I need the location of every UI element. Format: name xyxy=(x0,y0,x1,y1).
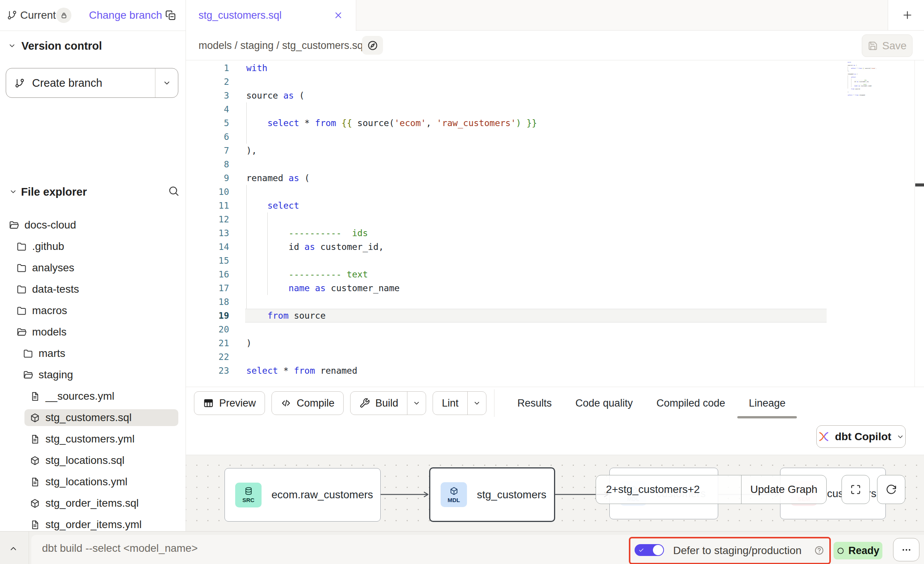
code-line[interactable]: from source xyxy=(229,309,924,323)
breadcrumb-bar: models / staging / stg_customers.sql Sav… xyxy=(186,31,924,60)
chevron-down-icon xyxy=(412,399,421,407)
tab-lineage[interactable]: Lineage xyxy=(737,387,797,419)
lineage-node-model-selected[interactable]: MDL stg_customers xyxy=(429,467,555,522)
code-line[interactable] xyxy=(229,185,924,199)
copy-icon[interactable] xyxy=(165,10,176,21)
create-branch-main[interactable]: Create branch xyxy=(6,68,155,97)
tree-item-label: stg_customers.sql xyxy=(45,412,132,424)
tree-item-stg_customers.yml[interactable]: stg_customers.yml xyxy=(0,428,186,450)
code-line[interactable]: ) xyxy=(229,336,924,350)
code-line[interactable]: renamed as ( xyxy=(229,171,924,185)
code-line[interactable] xyxy=(229,323,924,336)
lineage-canvas[interactable]: SRC ecom.raw_customers MDL stg_customers… xyxy=(186,455,924,531)
create-branch-button[interactable]: Create branch xyxy=(6,68,178,98)
indent-guide xyxy=(246,254,247,267)
update-graph-button[interactable]: Update Graph xyxy=(741,475,826,504)
chevron-down-icon[interactable] xyxy=(8,41,16,50)
chevron-down-icon[interactable] xyxy=(9,187,18,196)
dots-icon xyxy=(901,544,912,556)
tree-item-staging[interactable]: staging xyxy=(0,364,186,386)
lint-button[interactable]: Lint xyxy=(433,391,486,415)
plus-icon[interactable] xyxy=(902,10,913,21)
compile-button[interactable]: Compile xyxy=(271,391,344,415)
code-line[interactable] xyxy=(229,212,924,226)
code-line[interactable] xyxy=(229,157,924,171)
tree-item-stg_customers.sql[interactable]: stg_customers.sql xyxy=(0,407,186,428)
help-icon[interactable] xyxy=(814,545,824,556)
tree-item-__sources.yml[interactable]: __sources.yml xyxy=(0,386,186,407)
lineage-fullscreen-button[interactable] xyxy=(842,475,870,504)
folder-open-icon xyxy=(9,220,19,230)
defer-annotation-box: Defer to staging/production xyxy=(629,537,831,564)
tree-item-marts[interactable]: marts xyxy=(0,343,186,364)
create-branch-dropdown[interactable] xyxy=(155,68,178,97)
preview-button[interactable]: Preview xyxy=(194,391,265,415)
code-line[interactable]: with xyxy=(229,61,924,75)
search-icon[interactable] xyxy=(168,185,179,197)
dbt-copilot-button[interactable]: dbt Copilot xyxy=(816,425,906,448)
lint-dropdown[interactable] xyxy=(467,392,486,415)
tree-item-.github[interactable]: .github xyxy=(0,236,186,257)
button-label: Compile xyxy=(297,397,334,409)
save-icon xyxy=(868,41,878,51)
chevron-up-icon[interactable] xyxy=(8,544,18,554)
code-line[interactable]: name as customer_name xyxy=(229,281,924,295)
main-area: stg_customers.sql models / staging / stg… xyxy=(186,0,924,531)
code-line[interactable]: ---------- ids xyxy=(229,226,924,240)
build-dropdown[interactable] xyxy=(407,392,426,415)
tree-item-label: marts xyxy=(39,347,65,360)
tree-item-label: docs-cloud xyxy=(24,219,76,231)
tree-item-stg_locations.yml[interactable]: stg_locations.yml xyxy=(0,471,186,493)
code-line[interactable] xyxy=(229,75,924,89)
lineage-refresh-button[interactable] xyxy=(877,475,905,504)
code-line[interactable]: select * from renamed xyxy=(229,364,924,378)
code-line[interactable]: select * from {{ source('ecom', 'raw_cus… xyxy=(229,116,924,130)
chevron-down-icon xyxy=(162,78,171,88)
status-bar: Defer to staging/production Ready xyxy=(0,531,924,564)
more-options-button[interactable] xyxy=(893,538,919,561)
line-number: 5 xyxy=(186,116,229,130)
code-editor[interactable]: withsource as ( select * from {{ source(… xyxy=(186,60,924,387)
tab-compiled-code[interactable]: Compiled code xyxy=(645,387,737,419)
code-line[interactable]: id as customer_id, xyxy=(229,240,924,254)
tree-item-models[interactable]: models xyxy=(0,321,186,343)
tree-item-label: data-tests xyxy=(32,283,79,295)
change-branch-link[interactable]: Change branch xyxy=(89,0,162,31)
tree-item-data-tests[interactable]: data-tests xyxy=(0,279,186,300)
tree-item-stg_locations.sql[interactable]: stg_locations.sql xyxy=(0,450,186,471)
tree-item-macros[interactable]: macros xyxy=(0,300,186,321)
table-icon xyxy=(203,398,214,408)
lineage-node-source[interactable]: SRC ecom.raw_customers xyxy=(225,468,381,522)
save-button[interactable]: Save xyxy=(862,34,913,57)
code-line[interactable] xyxy=(229,102,924,116)
close-icon[interactable] xyxy=(333,10,343,20)
file-explorer-title: File explorer xyxy=(21,186,87,198)
indent-guide xyxy=(246,199,247,212)
copilot-dial-button[interactable] xyxy=(362,36,383,55)
check-icon xyxy=(638,547,645,553)
code-line[interactable]: ---------- text xyxy=(229,267,924,281)
code-line[interactable] xyxy=(229,350,924,364)
line-number: 11 xyxy=(186,199,229,212)
build-button[interactable]: Build xyxy=(350,391,426,415)
tab-code-quality[interactable]: Code quality xyxy=(564,387,644,419)
code-line[interactable]: select xyxy=(229,199,924,212)
code-line[interactable] xyxy=(229,295,924,309)
indent-guide xyxy=(246,212,247,226)
tree-item-docs-cloud[interactable]: docs-cloud xyxy=(0,214,186,236)
tab-results[interactable]: Results xyxy=(506,387,563,419)
code-line[interactable] xyxy=(229,130,924,144)
dbt-copilot-logo-icon xyxy=(817,430,830,443)
code-line[interactable]: source as ( xyxy=(229,89,924,102)
code-line[interactable] xyxy=(229,254,924,267)
lineage-selector-input[interactable]: 2+stg_customers+2 xyxy=(596,475,741,504)
indent-guide xyxy=(267,254,268,267)
circle-icon xyxy=(837,547,845,555)
tab-stg-customers-sql[interactable]: stg_customers.sql xyxy=(186,0,356,31)
tree-item-analyses[interactable]: analyses xyxy=(0,257,186,279)
code-line[interactable]: ), xyxy=(229,144,924,157)
refresh-icon xyxy=(885,484,897,495)
defer-toggle[interactable] xyxy=(635,544,664,556)
tree-item-stg_order_items.sql[interactable]: stg_order_items.sql xyxy=(0,493,186,514)
command-input[interactable] xyxy=(41,540,463,557)
